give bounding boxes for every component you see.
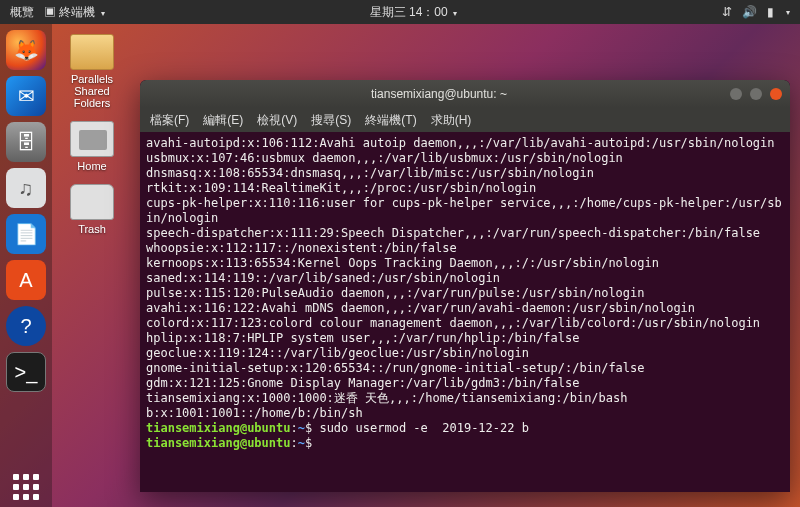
rhythmbox-icon[interactable]: ♫ [6, 168, 46, 208]
chevron-down-icon: ▾ [786, 8, 790, 17]
menu-view[interactable]: 檢視(V) [257, 112, 297, 129]
maximize-button[interactable] [750, 88, 762, 100]
show-applications-button[interactable] [6, 467, 46, 507]
activities-button[interactable]: 概覽 [10, 4, 34, 21]
volume-icon[interactable]: 🔊 [742, 5, 757, 19]
firefox-icon[interactable]: 🦊 [6, 30, 46, 70]
files-icon[interactable]: 🗄 [6, 122, 46, 162]
terminal-window: tiansemixiang@ubuntu: ~ 檔案(F) 編輯(E) 檢視(V… [140, 80, 790, 492]
icon-label: Home [62, 160, 122, 172]
home-icon[interactable]: Home [62, 121, 122, 172]
app-menu-button[interactable]: ▣ 終端機 ▾ [44, 4, 105, 21]
chevron-down-icon: ▾ [453, 9, 457, 18]
app-menu-label: 終端機 [59, 5, 95, 19]
help-icon[interactable]: ? [6, 306, 46, 346]
menu-file[interactable]: 檔案(F) [150, 112, 189, 129]
libreoffice-writer-icon[interactable]: 📄 [6, 214, 46, 254]
trash-bin-icon [70, 184, 114, 220]
icon-label: Parallels Shared Folders [62, 73, 122, 109]
launcher-dock: 🦊 ✉ 🗄 ♫ 📄 A ? >_ [0, 24, 52, 507]
desktop-icons: Parallels Shared Folders Home Trash [62, 34, 122, 235]
menu-help[interactable]: 求助(H) [431, 112, 472, 129]
window-titlebar[interactable]: tiansemixiang@ubuntu: ~ [140, 80, 790, 108]
terminal-menubar: 檔案(F) 編輯(E) 檢視(V) 搜尋(S) 終端機(T) 求助(H) [140, 108, 790, 132]
clock[interactable]: 星期三 14：00 [370, 5, 448, 19]
parallels-shared-folders-icon[interactable]: Parallels Shared Folders [62, 34, 122, 109]
icon-label: Trash [62, 223, 122, 235]
menu-terminal[interactable]: 終端機(T) [365, 112, 416, 129]
network-icon[interactable]: ⇵ [722, 5, 732, 19]
drive-icon [70, 121, 114, 157]
terminal-icon: ▣ [44, 5, 56, 19]
menu-search[interactable]: 搜尋(S) [311, 112, 351, 129]
ubuntu-software-icon[interactable]: A [6, 260, 46, 300]
window-title: tiansemixiang@ubuntu: ~ [148, 87, 730, 101]
folder-icon [70, 34, 114, 70]
terminal-app-icon[interactable]: >_ [6, 352, 46, 392]
top-panel: 概覽 ▣ 終端機 ▾ 星期三 14：00 ▾ ⇵ 🔊 ▮ ▾ [0, 0, 800, 24]
battery-icon[interactable]: ▮ [767, 5, 774, 19]
minimize-button[interactable] [730, 88, 742, 100]
thunderbird-icon[interactable]: ✉ [6, 76, 46, 116]
close-button[interactable] [770, 88, 782, 100]
trash-icon[interactable]: Trash [62, 184, 122, 235]
terminal-body[interactable]: avahi-autoipd:x:106:112:Avahi autoip dae… [140, 132, 790, 492]
menu-edit[interactable]: 編輯(E) [203, 112, 243, 129]
